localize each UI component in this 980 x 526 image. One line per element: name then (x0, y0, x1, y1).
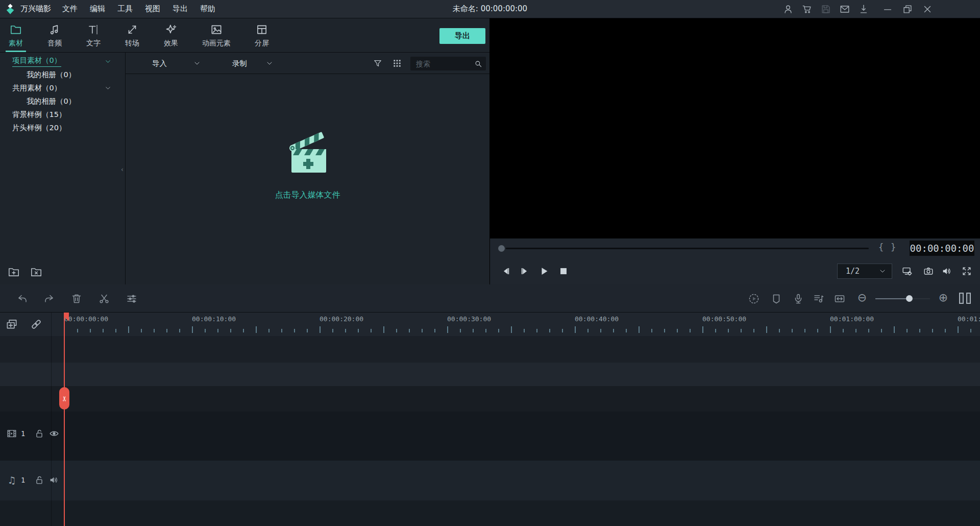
library-body: 项目素材（0） 我的相册（0） 共用素材（0） (0, 53, 489, 284)
media-panel: 导入 录制 (126, 53, 489, 284)
import-button[interactable]: 导入 (152, 53, 167, 74)
chevron-down-icon[interactable] (104, 58, 112, 65)
snapshot-camera-icon[interactable] (923, 266, 934, 277)
restore-icon[interactable] (902, 4, 913, 15)
undo-icon[interactable] (16, 293, 29, 305)
delete-trash-icon[interactable] (70, 293, 83, 305)
chevron-down-icon[interactable] (104, 84, 112, 92)
search-icon[interactable] (474, 59, 483, 68)
tab-elements[interactable]: 动画元素 (195, 18, 238, 52)
save-icon[interactable] (820, 4, 831, 15)
sidebar-item-project-media[interactable]: 项目素材（0） (0, 55, 125, 68)
lock-track-icon[interactable] (34, 428, 45, 439)
timeline-ruler[interactable]: 00:00:00:0000:00:10:0000:00:20:0000:00:3… (0, 313, 980, 336)
sidebar-item-shared-media[interactable]: 共用素材（0） (0, 81, 125, 94)
play-icon[interactable] (538, 266, 550, 277)
chevron-down-icon (878, 267, 887, 275)
delete-folder-icon[interactable] (30, 265, 43, 278)
import-media-dropzone[interactable]: 点击导入媒体文件 (275, 130, 340, 201)
sidebar-item-intro-samples[interactable]: 片头样例（20） (0, 121, 125, 134)
previous-frame-icon[interactable] (500, 266, 511, 277)
marker-icon[interactable] (770, 293, 782, 305)
menu-file[interactable]: 文件 (56, 4, 84, 14)
feedback-mail-icon[interactable] (839, 4, 850, 15)
tab-effects[interactable]: 效果 (156, 18, 186, 52)
tab-transition[interactable]: 转场 (117, 18, 147, 52)
mute-track-speaker-icon[interactable] (48, 474, 60, 486)
tab-audio[interactable]: 音频 (40, 18, 69, 52)
ruler-tick (205, 329, 206, 332)
video-track-lane[interactable] (0, 412, 980, 461)
ruler-tick (103, 329, 104, 332)
mute-speaker-icon[interactable] (941, 266, 952, 277)
search-box (410, 57, 486, 70)
record-dropdown-chevron[interactable] (265, 53, 274, 74)
search-input[interactable] (416, 60, 474, 68)
sidebar-item-my-album-2[interactable]: 我的相册（0） (0, 94, 125, 108)
zoom-in-icon[interactable]: ⊕ (937, 292, 949, 304)
lock-track-icon[interactable] (34, 474, 45, 486)
grid-icon (392, 58, 402, 68)
download-icon[interactable] (858, 4, 869, 15)
export-button[interactable]: 导出 (439, 28, 485, 44)
menu-edit[interactable]: 编辑 (84, 4, 111, 14)
filter-button[interactable] (373, 53, 383, 74)
audio-mixer-icon[interactable] (813, 293, 825, 305)
mark-out-button[interactable]: } (891, 242, 896, 252)
ruler-label: 00:00:50:00 (702, 315, 746, 323)
stop-icon[interactable] (558, 266, 569, 277)
zoom-to-fit-icon[interactable] (834, 293, 846, 305)
titlebar: 万兴喵影 文件 编辑 工具 视图 导出 帮助 未命名: 00:00:00:00 (0, 0, 980, 18)
sidebar-collapse-handle[interactable]: ‹ (121, 163, 126, 176)
tab-media[interactable]: 素材 (1, 18, 31, 52)
fullscreen-icon[interactable] (961, 266, 972, 277)
add-folder-icon[interactable] (7, 265, 20, 278)
menu-export[interactable]: 导出 (166, 4, 194, 14)
adjust-sliders-icon[interactable] (126, 293, 138, 305)
render-preview-icon[interactable] (748, 293, 760, 305)
ruler-label: 00:00:40:00 (575, 315, 619, 323)
scrubber-track[interactable] (506, 248, 869, 249)
menu-tools[interactable]: 工具 (111, 4, 139, 14)
record-voiceover-mic-icon[interactable] (792, 293, 804, 305)
dual-view-icon[interactable] (959, 293, 971, 304)
import-dropdown-chevron[interactable] (193, 53, 201, 74)
split-scissors-icon[interactable] (98, 293, 110, 305)
timeline-zoom-slider[interactable] (875, 298, 930, 299)
menu-help[interactable]: 帮助 (194, 4, 222, 14)
ruler-tick (728, 329, 729, 332)
sidebar-item-background-samples[interactable]: 背景样例（15） (0, 108, 125, 121)
scrubber-handle[interactable] (498, 245, 505, 252)
account-icon[interactable] (782, 4, 794, 15)
sidebar-folder-actions (7, 265, 43, 278)
close-icon[interactable] (922, 4, 933, 15)
menu-view[interactable]: 视图 (139, 4, 166, 14)
playhead-line[interactable] (64, 313, 65, 526)
tab-text[interactable]: 文字 (79, 18, 108, 52)
ruler-tick (958, 326, 959, 333)
minimize-icon[interactable] (882, 4, 893, 15)
ruler-label: 00:01:00:00 (830, 315, 874, 323)
tab-split-screen[interactable]: 分屏 (247, 18, 277, 52)
next-frame-icon[interactable] (519, 266, 530, 277)
sidebar-item-my-album-1[interactable]: 我的相册（0） (0, 68, 125, 81)
toggle-visibility-eye-icon[interactable] (48, 428, 60, 439)
ruler-tick (434, 329, 435, 332)
view-grid-button[interactable] (392, 53, 402, 74)
preview-zoom-select[interactable]: 1/2 (837, 264, 892, 279)
preview-panel: { } 00:00:00:00 1/2 (490, 18, 980, 284)
store-cart-icon[interactable] (801, 4, 813, 15)
slider-handle[interactable] (906, 295, 913, 302)
playhead-scissors-handle[interactable]: ✂ (59, 387, 69, 410)
display-settings-icon[interactable] (901, 266, 913, 277)
record-button[interactable]: 录制 (232, 53, 247, 74)
redo-icon[interactable] (43, 293, 55, 305)
zoom-out-icon[interactable]: ⊖ (856, 292, 868, 304)
ruler-tick (562, 329, 563, 332)
playback-controls: 1/2 (490, 258, 980, 284)
clapperboard-icon (281, 130, 334, 177)
audio-track-lane[interactable] (0, 461, 980, 500)
ruler-tick (166, 329, 167, 332)
video-viewport[interactable] (490, 18, 980, 238)
mark-in-button[interactable]: { (878, 242, 884, 252)
